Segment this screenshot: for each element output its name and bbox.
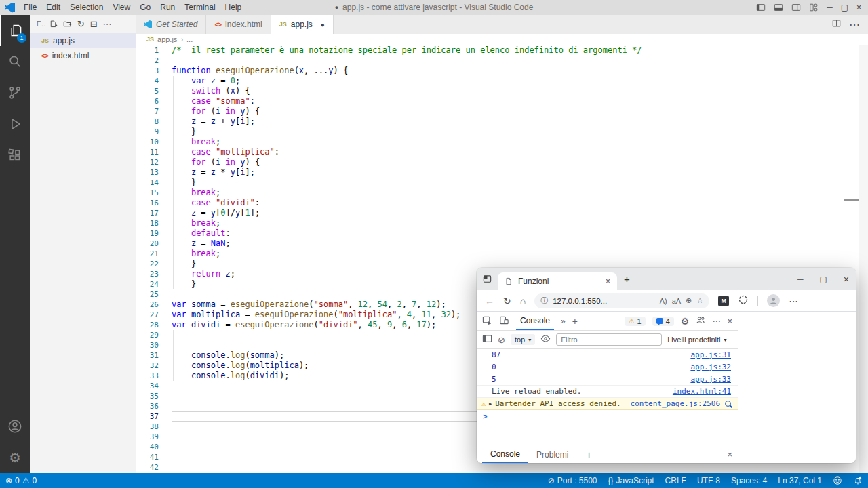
code-line-8[interactable]: 8 z = z + y[i]; [136,117,868,127]
code-line-17[interactable]: 17 z = y[0]/y[1]; [136,208,868,218]
tab-index-html[interactable]: <>index.html [206,15,271,34]
code-line-10[interactable]: 10 break; [136,137,868,147]
menu-file[interactable]: File [19,3,41,12]
drawer-close-icon[interactable]: × [727,449,732,460]
menu-help[interactable]: Help [220,3,247,12]
expand-arrow-icon[interactable]: ▶ [489,401,492,407]
log-levels-dropdown[interactable]: Livelli predefiniti ▾ [667,336,726,344]
explorer-section-label[interactable]: E.. [37,20,46,28]
menu-edit[interactable]: Edit [41,3,65,12]
status-javascript[interactable]: {}JavaScript [608,476,654,485]
code-line-4[interactable]: 4 var z = 0; [136,76,868,86]
code-line-7[interactable]: 7 for (i in y) { [136,106,868,117]
search-issue-icon[interactable] [725,401,731,407]
notifications-bell-icon[interactable] [853,476,863,485]
code-line-15[interactable]: 15 break; [136,188,868,198]
favorites-star-icon[interactable]: ☆ [696,296,703,305]
device-emulation-icon[interactable] [499,315,509,327]
new-folder-icon[interactable] [63,20,72,28]
minimize-button[interactable]: ─ [827,3,833,12]
live-expression-eye-icon[interactable] [540,333,551,346]
tab-app-js[interactable]: JSapp.js● [271,15,334,34]
console-source-link[interactable]: content_page.js:2506 [631,399,720,408]
close-tab-icon[interactable]: × [606,277,610,286]
toggle-panel-icon[interactable] [774,3,783,12]
tab-get-started[interactable]: Get Started [136,15,206,34]
status-ln-37-col-1[interactable]: Ln 37, Col 1 [778,476,822,485]
code-line-20[interactable]: 20 z = NaN; [136,239,868,249]
code-line-18[interactable]: 18 break; [136,218,868,228]
split-editor-icon[interactable] [832,18,841,30]
status-utf-8[interactable]: UTF-8 [697,476,720,485]
close-button[interactable]: × [856,3,861,12]
code-line-13[interactable]: 13 z = z * y[i]; [136,167,868,178]
menu-selection[interactable]: Selection [65,3,108,12]
browser-settings-more-icon[interactable]: ⋯ [789,296,798,306]
menu-run[interactable]: Run [155,3,180,12]
new-tab-button[interactable]: + [624,273,630,285]
run-debug-icon[interactable] [0,108,30,140]
file-item-app-js[interactable]: JSapp.js [30,33,136,48]
menu-terminal[interactable]: Terminal [180,3,220,12]
status-port-5500[interactable]: ⊘Port : 5500 [548,476,597,485]
source-control-icon[interactable] [0,77,30,108]
url-text[interactable]: 127.0.0.1:550... [553,297,654,305]
problems-errors[interactable]: ⊗ 0 ⚠ 0 [5,476,37,485]
console-source-link[interactable]: app.js:32 [690,363,731,371]
console-sidebar-icon[interactable] [482,333,492,346]
inspect-element-icon[interactable] [482,315,492,327]
code-line-1[interactable]: 1/* il rest parameter è una notazione sp… [136,45,868,56]
zoom-icon[interactable]: ⊕ [686,296,692,305]
console-message[interactable]: 0app.js:32 [477,361,738,373]
status-crlf[interactable]: CRLF [665,476,686,485]
console-message[interactable]: Live reload enabled.index.html:41 [477,386,738,398]
tab-actions-menu-icon[interactable] [482,274,492,284]
extensions-icon[interactable] [0,140,30,171]
code-line-6[interactable]: 6 case "somma": [136,96,868,106]
console-message[interactable]: 87app.js:31 [477,349,738,361]
settings-gear-icon[interactable]: ⚙ [0,442,30,473]
address-bar[interactable]: ⓘ 127.0.0.1:550... A) aA ⊕ ☆ [534,293,709,308]
feedback-smiley-icon[interactable] [833,476,842,485]
collapse-all-icon[interactable]: ⊟ [90,20,98,28]
status-spaces-4[interactable]: Spaces: 4 [731,476,767,485]
views-more-actions-icon[interactable]: ⋯ [103,20,112,28]
browser-essentials-icon[interactable] [738,294,749,307]
code-line-2[interactable]: 2 [136,56,868,66]
warnings-badge[interactable]: ⚠ 1 [625,317,646,326]
file-item-index-html[interactable]: <>index.html [30,48,136,63]
drawer-add-tab-icon[interactable]: + [586,449,591,460]
translate-icon[interactable]: aA [672,297,681,305]
code-line-16[interactable]: 16 case "dividi": [136,198,868,208]
dirty-indicator-icon[interactable]: ● [321,21,325,28]
profile-avatar[interactable] [767,294,780,307]
console-filter-input[interactable] [556,333,662,346]
more-tabs-icon[interactable]: » [561,317,566,326]
javascript-context-dropdown[interactable]: top ▾ [511,334,535,345]
code-line-5[interactable]: 5 switch (x) { [136,86,868,96]
read-aloud-icon[interactable]: A) [660,297,667,305]
code-line-19[interactable]: 19 default: [136,228,868,239]
new-file-icon[interactable] [49,20,58,28]
console-message[interactable]: 5app.js:33 [477,373,738,386]
code-line-42[interactable]: 42 [136,462,868,472]
console-source-link[interactable]: index.html:41 [673,387,731,396]
search-icon[interactable] [0,46,30,77]
refresh-explorer-icon[interactable]: ↻ [77,20,85,28]
console-source-link[interactable]: app.js:33 [690,375,731,384]
devtools-tab-console[interactable]: Console [516,312,554,330]
editor-scrollbar[interactable] [859,45,868,473]
devtools-settings-gear-icon[interactable]: ⚙ [681,316,690,327]
refresh-icon[interactable]: ↻ [503,296,511,306]
toggle-sidebar-icon[interactable] [756,3,766,12]
console-source-link[interactable]: app.js:31 [690,350,731,359]
extension-m-icon[interactable]: M [718,296,729,306]
devtools-close-icon[interactable]: × [727,316,732,326]
explorer-icon[interactable]: 1 [0,15,30,46]
back-icon[interactable]: ← [485,296,494,306]
drawer-tab-console[interactable]: Console [482,445,528,463]
code-line-21[interactable]: 21 break; [136,249,868,259]
code-line-3[interactable]: 3function eseguiOperazione(x, ...y) { [136,66,868,76]
home-icon[interactable]: ⌂ [520,296,526,306]
browser-tab-funzioni[interactable]: Funzioni × [498,272,617,290]
